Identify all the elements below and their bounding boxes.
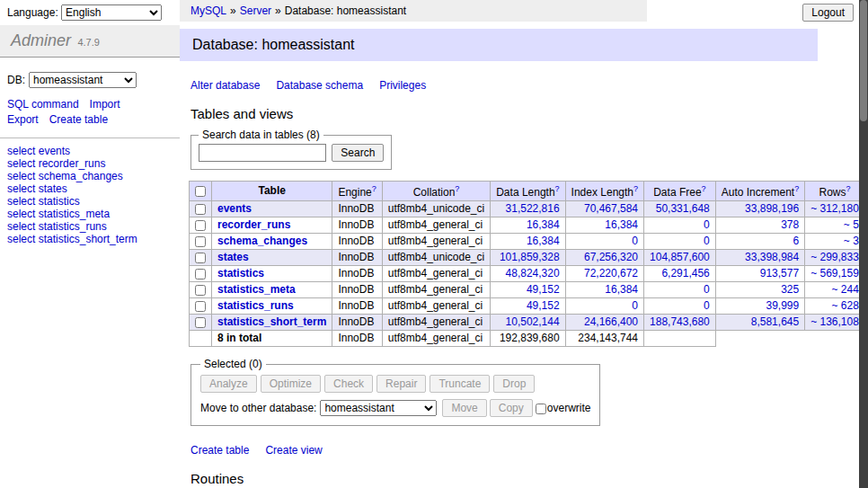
search-input[interactable] bbox=[199, 144, 326, 162]
index-length-link[interactable]: 0 bbox=[632, 299, 638, 312]
auto-increment-link[interactable]: 8,581,645 bbox=[751, 315, 799, 328]
table-select-link[interactable]: select bbox=[7, 157, 35, 170]
rows-link[interactable]: ~ 628 bbox=[832, 299, 859, 312]
auto-increment-link[interactable]: 33,898,196 bbox=[745, 202, 799, 215]
overwrite-checkbox[interactable] bbox=[536, 404, 546, 414]
repair-button[interactable]: Repair bbox=[376, 375, 426, 393]
row-checkbox[interactable] bbox=[195, 220, 206, 231]
db-select[interactable]: homeassistant bbox=[29, 72, 137, 88]
sidebar-table-link[interactable]: schema_changes bbox=[39, 170, 123, 182]
data-free-link[interactable]: 0 bbox=[704, 235, 710, 247]
create-table-link[interactable]: Create table bbox=[49, 113, 108, 126]
auto-increment-link[interactable]: 6 bbox=[793, 235, 799, 247]
drop-button[interactable]: Drop bbox=[493, 375, 535, 393]
rows-link[interactable]: ~ 136,108 bbox=[810, 315, 859, 328]
data-free-link[interactable]: 104,857,600 bbox=[650, 251, 710, 263]
analyze-button[interactable]: Analyze bbox=[200, 375, 257, 393]
table-select-link[interactable]: select bbox=[7, 220, 35, 233]
index-length-link[interactable]: 72,220,672 bbox=[584, 267, 638, 279]
table-select-link[interactable]: select bbox=[7, 170, 35, 182]
table-name-link[interactable]: states bbox=[217, 251, 249, 263]
index-length-link[interactable]: 70,467,584 bbox=[584, 202, 638, 215]
row-checkbox[interactable] bbox=[195, 269, 206, 279]
row-checkbox[interactable] bbox=[195, 301, 206, 312]
doc-link[interactable]: ? bbox=[794, 184, 799, 193]
move-button[interactable]: Move bbox=[442, 399, 486, 417]
doc-link[interactable]: ? bbox=[455, 184, 459, 193]
create-table-link-main[interactable]: Create table bbox=[190, 444, 249, 457]
table-select-link[interactable]: select bbox=[7, 233, 35, 245]
table-select-link[interactable]: select bbox=[7, 208, 35, 220]
sidebar-table-link[interactable]: statistics_runs bbox=[39, 220, 107, 233]
data-free-link[interactable]: 6,291,456 bbox=[661, 267, 709, 279]
table-select-link[interactable]: select bbox=[7, 195, 35, 208]
index-length-link[interactable]: 16,384 bbox=[605, 218, 638, 231]
sidebar-table-link[interactable]: statistics_meta bbox=[39, 208, 110, 220]
data-length-link[interactable]: 16,384 bbox=[527, 218, 560, 231]
table-name-link[interactable]: statistics_meta bbox=[217, 283, 296, 296]
table-name-link[interactable]: events bbox=[217, 202, 252, 215]
rows-link[interactable]: ~ 569,159 bbox=[810, 267, 859, 279]
import-link[interactable]: Import bbox=[90, 98, 120, 111]
table-name-link[interactable]: recorder_runs bbox=[217, 218, 290, 231]
data-length-link[interactable]: 16,384 bbox=[527, 235, 560, 247]
doc-link[interactable]: ? bbox=[633, 184, 638, 193]
table-select-link[interactable]: select bbox=[7, 145, 35, 157]
row-checkbox[interactable] bbox=[195, 317, 206, 328]
row-checkbox[interactable] bbox=[195, 253, 206, 263]
sidebar-table-link[interactable]: statistics_short_term bbox=[39, 233, 137, 245]
data-length-link[interactable]: 49,152 bbox=[527, 283, 560, 296]
table-name-link[interactable]: statistics bbox=[217, 267, 264, 279]
sidebar-table-link[interactable]: statistics bbox=[39, 195, 80, 208]
scrollbar[interactable] bbox=[859, 0, 868, 488]
database-schema-link[interactable]: Database schema bbox=[276, 79, 363, 92]
index-length-link[interactable]: 24,166,400 bbox=[584, 315, 638, 328]
privileges-link[interactable]: Privileges bbox=[379, 79, 426, 92]
optimize-button[interactable]: Optimize bbox=[261, 375, 321, 393]
doc-link[interactable]: ? bbox=[555, 184, 560, 193]
truncate-button[interactable]: Truncate bbox=[430, 375, 490, 393]
table-name-link[interactable]: schema_changes bbox=[217, 235, 307, 247]
search-button[interactable]: Search bbox=[332, 144, 384, 162]
doc-link[interactable]: ? bbox=[372, 184, 376, 193]
auto-increment-link[interactable]: 325 bbox=[781, 283, 799, 296]
table-name-link[interactable]: statistics_short_term bbox=[217, 315, 326, 328]
scrollbar-thumb[interactable] bbox=[860, 0, 867, 121]
sidebar-table-link[interactable]: events bbox=[39, 145, 70, 157]
adminer-logo-link[interactable]: Adminer bbox=[11, 31, 71, 49]
breadcrumb-server-link[interactable]: Server bbox=[240, 4, 271, 17]
sidebar-table-link[interactable]: recorder_runs bbox=[39, 157, 106, 170]
row-checkbox[interactable] bbox=[195, 204, 206, 215]
data-length-link[interactable]: 49,152 bbox=[527, 299, 560, 312]
auto-increment-link[interactable]: 39,999 bbox=[766, 299, 799, 312]
overwrite-label[interactable]: overwrite bbox=[547, 402, 591, 414]
alter-database-link[interactable]: Alter database bbox=[190, 79, 260, 92]
doc-link[interactable]: ? bbox=[702, 184, 706, 193]
rows-link[interactable]: ~ 244 bbox=[832, 283, 859, 296]
rows-link[interactable]: ~ 299,833 bbox=[810, 251, 859, 263]
move-db-select[interactable]: homeassistant bbox=[320, 400, 437, 416]
auto-increment-link[interactable]: 33,398,984 bbox=[745, 251, 799, 263]
auto-increment-link[interactable]: 913,577 bbox=[760, 267, 799, 279]
data-free-link[interactable]: 188,743,680 bbox=[650, 315, 710, 328]
data-free-link[interactable]: 0 bbox=[704, 299, 710, 312]
doc-link[interactable]: ? bbox=[846, 184, 851, 193]
select-all-checkbox[interactable] bbox=[195, 186, 206, 197]
index-length-link[interactable]: 16,384 bbox=[605, 283, 638, 296]
auto-increment-link[interactable]: 378 bbox=[781, 218, 799, 231]
data-length-link[interactable]: 101,859,328 bbox=[500, 251, 560, 263]
data-free-link[interactable]: 50,331,648 bbox=[656, 202, 710, 215]
rows-link[interactable]: ~ 5 bbox=[844, 218, 859, 231]
sidebar-table-link[interactable]: states bbox=[39, 182, 67, 195]
data-free-link[interactable]: 0 bbox=[704, 218, 710, 231]
data-length-link[interactable]: 10,502,144 bbox=[506, 315, 560, 328]
language-select[interactable]: English bbox=[61, 4, 162, 21]
table-name-link[interactable]: statistics_runs bbox=[217, 299, 294, 312]
rows-link[interactable]: ~ 3 bbox=[844, 235, 859, 247]
row-checkbox[interactable] bbox=[195, 285, 206, 296]
index-length-link[interactable]: 0 bbox=[632, 235, 638, 247]
data-length-link[interactable]: 48,824,320 bbox=[506, 267, 560, 279]
create-view-link[interactable]: Create view bbox=[265, 444, 322, 457]
rows-link[interactable]: ~ 312,180 bbox=[810, 202, 859, 215]
index-length-link[interactable]: 67,256,320 bbox=[584, 251, 638, 263]
